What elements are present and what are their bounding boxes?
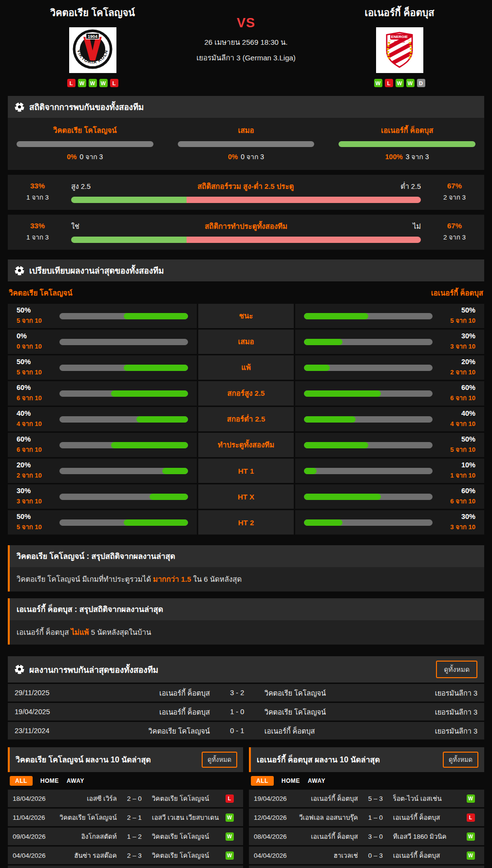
comparison-away-cell: 60% 6 จาก 10 <box>295 484 484 509</box>
away-team: เอเนอร์กี้ ค็อตบุส <box>258 725 399 737</box>
match-score: 0 - 1 <box>217 727 258 735</box>
result-badge: W <box>467 794 475 803</box>
match-row[interactable]: 04/04/2026 ฮันซ่า รอสต๊อค 2 – 3 วิคตอเรี… <box>8 847 243 864</box>
svg-text:ENERGIE: ENERGIE <box>391 35 408 39</box>
match-date: 12/04/2026 <box>254 814 299 821</box>
form-badge: D <box>417 79 425 87</box>
home-form-badges: LWWWL <box>19 79 166 87</box>
away-pct: 30% <box>440 332 475 340</box>
comparison-away-cell: 50% 5 จาก 10 <box>295 304 484 328</box>
tab-away[interactable]: AWAY <box>67 777 84 784</box>
h2h-view-all-button[interactable]: ดูทั้งหมด <box>436 661 477 678</box>
form-badge: L <box>385 79 393 87</box>
tab-home[interactable]: HOME <box>40 777 59 784</box>
comparison-row: 60% 6 จาก 10 ทำประตูทั้งสองทีม 50% 5 จาก… <box>8 433 484 457</box>
home-count: 2 จาก 10 <box>17 472 42 479</box>
comparison-row: 0% 0 จาก 10 เสมอ 30% 3 จาก 10 <box>8 330 484 354</box>
match-row[interactable]: 19/04/2026 เอเนอร์กี้ ค็อตบุส 5 – 3 ร็อต… <box>249 790 484 807</box>
comparison-section: เปรียบเทียบผลงานล่าสุดของทั้งสองทีม วิคต… <box>0 259 492 535</box>
home-count: 4 จาก 10 <box>17 420 42 427</box>
away-bar <box>304 519 433 526</box>
comparison-row: 40% 4 จาก 10 สกอร์ต่ำ 2.5 40% 4 จาก 10 <box>8 407 484 431</box>
home-team: เอเนอร์กี้ ค็อตบุส <box>88 687 217 699</box>
match-row[interactable]: 21/03/2026 เอเนอร์กี้ ค็อตบุส 1 – 1 เอสเ… <box>249 866 484 868</box>
h2h-away-count: 3 จาก 3 <box>406 153 429 161</box>
tab-all[interactable]: ALL <box>251 776 274 786</box>
away-count: 1 จาก 10 <box>450 472 475 479</box>
home-pct: 50% <box>17 306 52 314</box>
result-badge: L <box>226 794 234 803</box>
match-row[interactable]: 08/04/2026 เอเนอร์กี้ ค็อตบุส 3 – 0 ทีเอ… <box>249 828 484 845</box>
match-date: 19/04/2026 <box>254 795 299 802</box>
btts-right-pct: 67% <box>434 222 475 230</box>
form-badge: W <box>99 79 108 87</box>
comparison-row: 30% 3 จาก 10 HT X 60% 6 จาก 10 <box>8 484 484 509</box>
h2h-results-header: ผลงานการพบกันล่าสุดของทั้งสองทีม ดูทั้งห… <box>8 656 484 683</box>
h2h-home-count: 0 จาก 3 <box>80 153 103 161</box>
btts-title: สถิติการทำประตูทั้งสองทีม <box>205 221 287 232</box>
match-score: 3 - 2 <box>217 689 258 697</box>
match-date: 29/11/2025 <box>15 689 88 697</box>
viktoria-koeln-logo-icon: 1904 VIKTORIA KÖLN <box>71 28 114 73</box>
match-row[interactable]: 04/04/2026 ฮาเวลเช่ 0 – 3 เอเนอร์กี้ ค็อ… <box>249 847 484 864</box>
h2h-home-bar <box>17 141 153 147</box>
comparison-home-cell: 50% 5 จาก 10 <box>8 355 197 380</box>
comparison-header: เปรียบเทียบผลงานล่าสุดของทั้งสองทีม <box>8 259 484 281</box>
home-bar <box>59 494 188 500</box>
away-summary-highlight: ไม่แพ้ <box>71 628 89 636</box>
form-badge: W <box>374 79 382 87</box>
comparison-home-cell: 20% 2 จาก 10 <box>8 459 197 483</box>
h2h-result-row[interactable]: 19/04/2025 เอเนอร์กี้ ค็อตบุส 1 - 0 วิคต… <box>8 703 484 720</box>
match-row[interactable]: 09/04/2026 อิงโกลสตัดท์ 1 – 2 วิคตอเรีย … <box>8 828 243 845</box>
home-summary-highlight: มากกว่า 1.5 <box>153 575 191 583</box>
match-date: 04/04/2026 <box>254 852 299 859</box>
match-row[interactable]: 23/03/2026 วิคตอเรีย โคโลญจน์ 1 – 2 ร็อต… <box>8 866 243 868</box>
home-team: วีเอฟเอล ออสนาบรุ๊ค <box>299 812 362 823</box>
home-pct: 50% <box>17 358 52 366</box>
away-team: วิคตอเรีย โคโลญจน์ <box>148 793 221 804</box>
away-bar <box>304 313 433 319</box>
tab-all[interactable]: ALL <box>10 776 33 786</box>
h2h-result-row[interactable]: 23/11/2024 วิคตอเรีย โคโลญจน์ 0 - 1 เอเน… <box>8 722 484 739</box>
comparison-home-cell: 50% 5 จาก 10 <box>8 510 197 535</box>
btts-no-label: ไม่ <box>413 221 421 232</box>
away-team: วิคตอเรีย โคโลญจน์ <box>148 850 221 861</box>
away-last10-view-all-button[interactable]: ดูทั้งหมด <box>443 752 478 768</box>
match-date: 23/11/2024 <box>15 727 88 735</box>
tab-away[interactable]: AWAY <box>308 777 325 784</box>
tab-home[interactable]: HOME <box>282 777 300 784</box>
btts-right-count: 2 จาก 3 <box>443 234 466 241</box>
comparison-away-cell: 30% 3 จาก 10 <box>295 330 484 354</box>
match-row[interactable]: 18/04/2026 เอสซี เวิร์ล 2 – 0 วิคตอเรีย … <box>8 790 243 807</box>
btts-bar <box>71 237 421 243</box>
home-team: ฮันซ่า รอสต๊อค <box>57 850 121 861</box>
home-team-logo: 1904 VIKTORIA KÖLN <box>69 27 116 73</box>
home-bar <box>59 313 188 319</box>
h2h-home-label: วิคตอเรีย โคโลญจน์ <box>17 125 153 136</box>
away-team: วิคตอเรีย โคโลญจน์ <box>258 687 399 699</box>
h2h-result-row[interactable]: 29/11/2025 เอเนอร์กี้ ค็อตบุส 3 - 2 วิคต… <box>8 684 484 702</box>
match-date: 09/04/2026 <box>13 833 57 840</box>
home-last10-view-all-button[interactable]: ดูทั้งหมด <box>202 752 237 768</box>
away-team-block: เอเนอร์กี้ ค็อตบุส <box>326 5 473 87</box>
match-row[interactable]: 12/04/2026 วีเอฟเอล ออสนาบรุ๊ค 1 – 0 เอเ… <box>249 809 484 826</box>
home-pct: 40% <box>17 409 52 417</box>
ou-bar <box>71 197 421 203</box>
match-score: 3 – 0 <box>362 833 389 840</box>
result-badge: W <box>226 851 234 860</box>
home-team-block: วิคตอเรีย โคโลญจน์ 1904 VIKTORIA KÖLN <box>19 5 166 87</box>
home-team-name: วิคตอเรีย โคโลญจน์ <box>19 5 166 20</box>
comparison-away-cell: 30% 3 จาก 10 <box>295 510 484 535</box>
home-team: เอเนอร์กี้ ค็อตบุส <box>299 831 362 842</box>
ou-left-count: 1 จาก 3 <box>26 194 49 201</box>
away-count: 2 จาก 10 <box>450 369 475 376</box>
comparison-home-cell: 0% 0 จาก 10 <box>8 330 197 354</box>
comparison-home-team: วิคตอเรีย โคโลญจน์ <box>9 287 73 299</box>
away-bar <box>304 339 433 345</box>
away-bar <box>304 442 433 448</box>
match-date: 08/04/2026 <box>254 833 299 840</box>
match-row[interactable]: 11/04/2026 วิคตอเรีย โคโลญจน์ 2 – 1 เอสว… <box>8 809 243 826</box>
away-bar <box>304 390 433 397</box>
home-team: วิคตอเรีย โคโลญจน์ <box>88 725 217 737</box>
h2h-results-list: 29/11/2025 เอเนอร์กี้ ค็อตบุส 3 - 2 วิคต… <box>0 684 492 739</box>
